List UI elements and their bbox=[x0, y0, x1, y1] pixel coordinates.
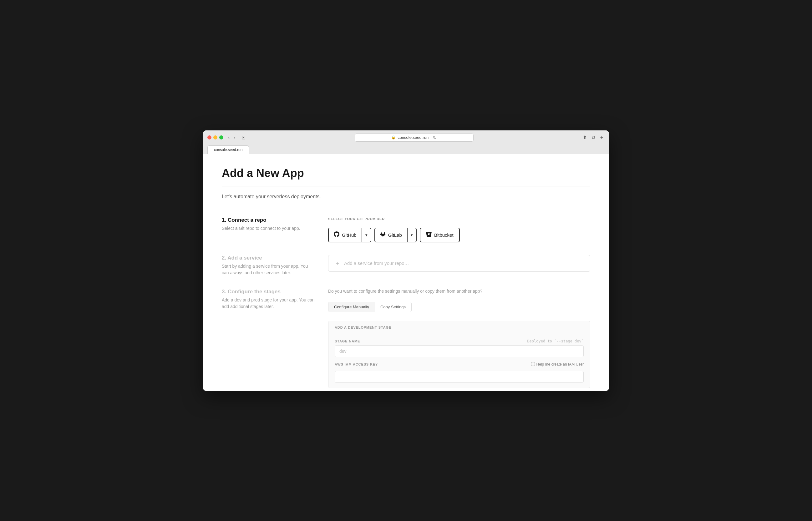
traffic-lights bbox=[207, 135, 223, 139]
stage-form: STAGE NAME Deployed to `--stage dev` AWS… bbox=[329, 334, 590, 388]
step-3: 3. Configure the stages Add a dev and pr… bbox=[222, 282, 590, 391]
step-3-right: Do you want to configure the settings ma… bbox=[328, 289, 590, 388]
page-title: Add a New App bbox=[222, 167, 590, 180]
step-1-right: SELECT YOUR GIT PROVIDER GitHub bbox=[328, 217, 590, 242]
url-display: console.seed.run bbox=[398, 135, 429, 140]
step-1-description: Select a Git repo to connect to your app… bbox=[222, 225, 316, 232]
github-label: GitHub bbox=[342, 232, 357, 238]
aws-key-label: AWS IAM ACCESS KEY bbox=[335, 362, 378, 366]
close-button[interactable] bbox=[207, 135, 211, 139]
gitlab-dropdown-button[interactable]: ▾ bbox=[407, 228, 416, 242]
step-1: 1. Connect a repo Select a Git repo to c… bbox=[222, 211, 590, 249]
info-icon: ⓘ bbox=[531, 362, 535, 367]
plus-icon: ＋ bbox=[335, 259, 340, 267]
github-icon bbox=[334, 231, 339, 239]
aws-key-input[interactable] bbox=[335, 371, 584, 383]
stage-name-header: STAGE NAME Deployed to `--stage dev` bbox=[335, 339, 584, 343]
github-dropdown-button[interactable]: ▾ bbox=[362, 228, 371, 242]
git-provider-buttons: GitHub ▾ bbox=[328, 228, 590, 242]
tab-bar: console.seed.run bbox=[207, 144, 605, 154]
browser-actions: ⬆ ⧉ + bbox=[581, 134, 605, 141]
chevron-down-icon: ▾ bbox=[365, 233, 367, 237]
step-1-title: 1. Connect a repo bbox=[222, 217, 316, 223]
configure-manually-tab[interactable]: Configure Manually bbox=[329, 302, 375, 312]
step-2-right: ＋ Add a service from your repo… bbox=[328, 255, 590, 276]
gitlab-icon bbox=[380, 231, 386, 239]
step-3-left: 3. Configure the stages Add a dev and pr… bbox=[222, 289, 316, 388]
sidebar-toggle-button[interactable]: ⊡ bbox=[240, 134, 247, 141]
chevron-down-icon-gitlab: ▾ bbox=[411, 233, 413, 237]
github-provider-button[interactable]: GitHub ▾ bbox=[328, 228, 371, 242]
new-tab-button[interactable]: ⧉ bbox=[590, 134, 597, 141]
steps-container: 1. Connect a repo Select a Git repo to c… bbox=[222, 211, 590, 391]
page-subtitle: Let's automate your serverless deploymen… bbox=[222, 194, 590, 200]
stages-question: Do you want to configure the settings ma… bbox=[328, 289, 590, 294]
browser-top-bar: ‹ › ⊡ 🔒 console.seed.run ↻ ⬆ ⧉ + bbox=[207, 134, 605, 142]
copy-settings-tab[interactable]: Copy Settings bbox=[375, 302, 411, 312]
address-bar[interactable]: 🔒 console.seed.run ↻ bbox=[355, 134, 474, 142]
stage-name-input[interactable] bbox=[335, 345, 584, 357]
step-2-left: 2. Add a service Start by adding a servi… bbox=[222, 255, 316, 276]
forward-button[interactable]: › bbox=[232, 134, 236, 141]
browser-window: ‹ › ⊡ 🔒 console.seed.run ↻ ⬆ ⧉ + console… bbox=[203, 130, 609, 391]
stage-name-field: STAGE NAME Deployed to `--stage dev` bbox=[335, 339, 584, 357]
help-iam-link[interactable]: ⓘ Help me create an IAM User bbox=[531, 362, 584, 367]
aws-key-field: AWS IAM ACCESS KEY ⓘ Help me create an I… bbox=[335, 362, 584, 383]
gitlab-main-button[interactable]: GitLab bbox=[375, 228, 407, 242]
browser-tab[interactable]: console.seed.run bbox=[207, 145, 249, 154]
reload-icon[interactable]: ↻ bbox=[433, 135, 437, 140]
step-3-description: Add a dev and prod stage for your app. Y… bbox=[222, 297, 316, 310]
lock-icon: 🔒 bbox=[391, 135, 396, 139]
bitbucket-label: Bitbucket bbox=[434, 232, 454, 238]
tab-buttons: Configure Manually Copy Settings bbox=[328, 302, 412, 312]
github-main-button[interactable]: GitHub bbox=[329, 228, 362, 242]
nav-buttons: ‹ › bbox=[226, 134, 237, 141]
stages-panel: ADD A DEVELOPMENT STAGE STAGE NAME Deplo… bbox=[328, 321, 590, 388]
bitbucket-icon bbox=[426, 231, 432, 239]
share-button[interactable]: ⬆ bbox=[581, 134, 588, 141]
git-provider-label: SELECT YOUR GIT PROVIDER bbox=[328, 217, 590, 221]
bitbucket-provider-button[interactable]: Bitbucket bbox=[420, 228, 460, 242]
dev-stage-header: ADD A DEVELOPMENT STAGE bbox=[329, 321, 590, 334]
add-tab-button[interactable]: + bbox=[599, 134, 605, 141]
aws-field-header: AWS IAM ACCESS KEY ⓘ Help me create an I… bbox=[335, 362, 584, 367]
stage-name-label: STAGE NAME bbox=[335, 339, 360, 343]
browser-chrome: ‹ › ⊡ 🔒 console.seed.run ↻ ⬆ ⧉ + console… bbox=[203, 130, 609, 154]
step-2-title: 2. Add a service bbox=[222, 255, 316, 261]
maximize-button[interactable] bbox=[219, 135, 223, 139]
step-2-description: Start by adding a service from your app.… bbox=[222, 263, 316, 276]
step-1-left: 1. Connect a repo Select a Git repo to c… bbox=[222, 217, 316, 242]
help-iam-label: Help me create an IAM User bbox=[537, 362, 584, 366]
address-bar-container: 🔒 console.seed.run ↻ bbox=[250, 134, 578, 142]
add-service-input[interactable]: ＋ Add a service from your repo… bbox=[328, 255, 590, 272]
page-divider bbox=[222, 186, 590, 186]
page-content: Add a New App Let's automate your server… bbox=[203, 154, 609, 391]
minimize-button[interactable] bbox=[213, 135, 218, 139]
add-service-placeholder: Add a service from your repo… bbox=[344, 260, 409, 266]
gitlab-provider-button[interactable]: GitLab ▾ bbox=[375, 228, 416, 242]
stage-name-hint: Deployed to `--stage dev` bbox=[527, 339, 584, 343]
gitlab-label: GitLab bbox=[388, 232, 402, 238]
step-2: 2. Add a service Start by adding a servi… bbox=[222, 249, 590, 282]
step-3-title: 3. Configure the stages bbox=[222, 289, 316, 295]
back-button[interactable]: ‹ bbox=[226, 134, 231, 141]
